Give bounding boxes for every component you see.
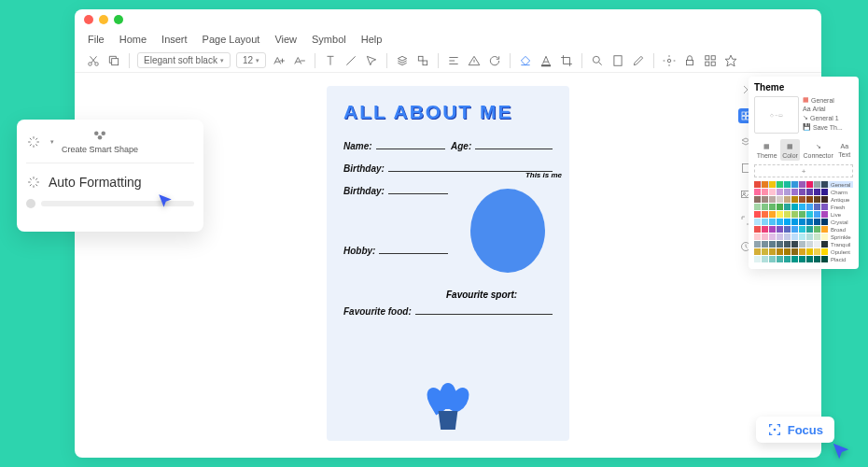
svg-rect-10 [706,55,709,59]
document: ALL ABOUT ME Name: Age: Birthday: Birthd… [327,86,569,441]
svg-point-14 [94,132,99,136]
crop-icon[interactable] [559,53,574,68]
copy-icon[interactable] [106,53,121,68]
titlebar [75,9,821,30]
menu-page-layout[interactable]: Page Layout [203,34,260,45]
svg-rect-3 [418,56,423,61]
theme-preview[interactable]: ◇→▭ [754,96,799,134]
settings-icon[interactable] [662,53,677,68]
plant-illustration [425,374,471,430]
palette-opulent[interactable]: Opulent [754,248,853,255]
field-birthday2: Birthday: [343,186,385,196]
svg-point-6 [593,56,599,63]
palette-live[interactable]: Live [754,211,853,218]
menubar: File Home Insert Page Layout View Symbol… [75,30,821,49]
tab-connector[interactable]: ↘Connector [801,139,834,161]
star-icon[interactable] [723,53,738,68]
canvas[interactable]: ALL ABOUT ME Name: Age: Birthday: Birthd… [224,86,672,450]
field-name: Name: [343,141,372,151]
text-icon[interactable] [323,53,338,68]
toolbar: Elegant soft black▾ 12▾ [75,49,821,73]
tab-color[interactable]: ▦Color [780,139,800,161]
group-icon[interactable] [415,53,430,68]
pointer-icon[interactable] [364,53,379,68]
auto-formatting-button[interactable]: Auto Formatting [26,175,194,190]
focus-icon [767,422,782,437]
cut-icon[interactable] [86,53,101,68]
svg-rect-4 [423,61,427,65]
tab-text[interactable]: AaText [836,139,852,161]
svg-rect-17 [742,112,746,116]
svg-rect-5 [541,64,550,65]
opt-general1[interactable]: ↘General 1 [803,114,853,121]
portrait-circle [470,189,545,273]
svg-point-8 [667,59,671,63]
app-window: File Home Insert Page Layout View Symbol… [75,9,821,458]
svg-rect-11 [711,55,715,59]
cursor-icon [157,192,174,209]
font-selector[interactable]: Elegant soft black▾ [137,52,231,68]
menu-symbol[interactable]: Symbol [312,34,346,45]
tab-theme[interactable]: ▦Theme [755,139,779,161]
menu-file[interactable]: File [88,34,105,45]
svg-point-16 [98,135,103,140]
create-smart-shape-button[interactable]: Create Smart Shape [62,146,138,155]
svg-point-25 [773,429,776,432]
pen-icon[interactable] [631,53,646,68]
svg-rect-12 [706,62,709,65]
svg-rect-2 [112,58,119,64]
focus-button[interactable]: Focus [756,417,834,443]
search-icon[interactable] [590,53,605,68]
svg-point-15 [102,132,106,136]
opt-save[interactable]: 💾Save Th... [803,123,853,131]
palette-broad[interactable]: Broad [754,226,853,233]
theme-panel: Theme ◇→▭ ▦General AaArial ↘General 1 💾S… [749,77,859,269]
field-fav-food: Favourite food: [343,306,412,317]
palette-fresh[interactable]: Fresh [754,204,853,210]
add-palette-button[interactable]: + [754,164,853,177]
menu-help[interactable]: Help [361,34,383,45]
field-fav-sport: Favourite sport: [446,290,553,300]
field-hobby: Hobby: [343,246,375,256]
flower-icon [91,129,108,142]
palette-charm[interactable]: Charm [754,189,853,195]
lock-icon[interactable] [682,53,697,68]
sparkle-icon[interactable] [26,134,41,149]
theme-title: Theme [754,82,853,92]
fill-icon[interactable] [518,53,533,68]
page-icon[interactable] [610,53,625,68]
this-is-me-label: This is me [525,172,562,180]
svg-rect-19 [742,117,746,120]
svg-rect-9 [687,60,693,64]
increase-font-icon[interactable] [272,53,287,68]
palette-crystal[interactable]: Crystal [754,219,853,225]
align-icon[interactable] [446,53,461,68]
doc-title: ALL ABOUT ME [343,101,553,123]
decrease-font-icon[interactable] [292,53,307,68]
palette-general[interactable]: General [754,181,853,188]
svg-rect-13 [711,62,715,65]
menu-insert[interactable]: Insert [161,34,188,45]
minimize-dot[interactable] [99,15,108,24]
close-dot[interactable] [84,15,93,24]
layer-icon[interactable] [395,53,410,68]
warning-icon[interactable] [467,53,482,68]
palette-antique[interactable]: Antique [754,196,853,203]
grid-icon[interactable] [703,53,718,68]
opt-arial[interactable]: AaArial [803,106,853,112]
palette-list: GeneralCharmAntiqueFreshLiveCrystalBroad… [754,181,853,262]
refresh-icon[interactable] [487,53,502,68]
opt-general[interactable]: ▦General [803,96,853,104]
maximize-dot[interactable] [114,15,123,24]
size-selector[interactable]: 12▾ [236,52,266,68]
palette-placid[interactable]: Placid [754,256,853,262]
smart-shape-popup: ▾ Create Smart Shape Auto Formatting [17,120,203,232]
line-icon[interactable] [343,53,358,68]
sparkle-icon-2 [26,175,41,190]
svg-rect-7 [614,55,622,65]
menu-home[interactable]: Home [119,34,147,45]
palette-tranquil[interactable]: Tranquil [754,241,853,248]
menu-view[interactable]: View [274,34,297,45]
font-color-icon[interactable] [539,53,553,68]
palette-sprinkle[interactable]: Sprinkle [754,234,853,240]
